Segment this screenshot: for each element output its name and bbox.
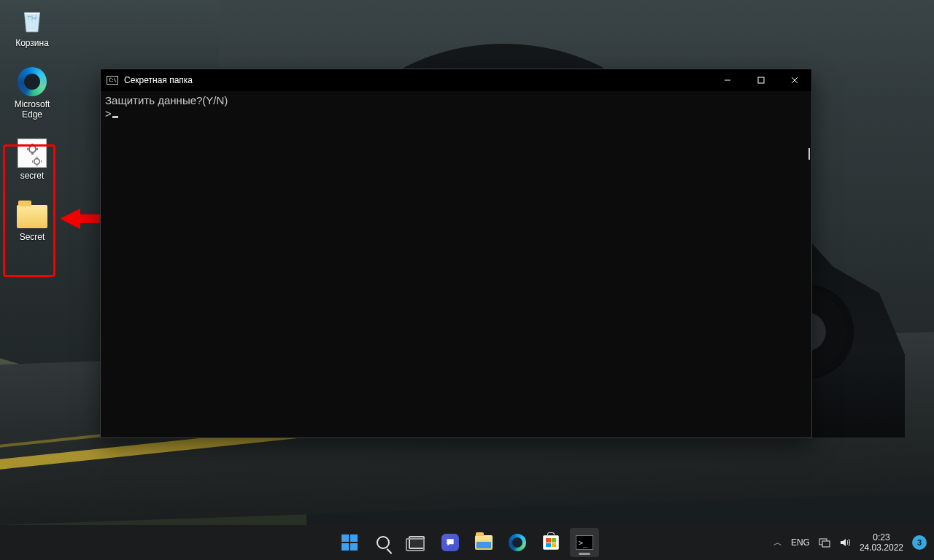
file-explorer-button[interactable] — [469, 528, 498, 557]
svg-rect-3 — [822, 541, 830, 547]
svg-rect-1 — [758, 77, 764, 83]
chevron-up-icon: ︿ — [773, 537, 782, 549]
desktop-icon-edge[interactable]: Microsoft Edge — [6, 66, 58, 120]
tray-time: 0:23 — [873, 532, 889, 542]
console-prompt: > — [105, 107, 112, 120]
edge-icon — [16, 66, 48, 98]
windows-logo-icon — [341, 534, 358, 551]
file-explorer-icon — [475, 534, 493, 551]
desktop[interactable]: Корзина Microsoft Edge secret Secret — [0, 0, 934, 560]
network-icon — [819, 537, 830, 548]
console-title: Секретная папка — [124, 75, 193, 85]
desktop-icon-label: Корзина — [6, 38, 58, 48]
close-button[interactable] — [778, 69, 811, 91]
language-indicator[interactable]: ENG — [791, 525, 810, 560]
start-button[interactable] — [335, 528, 364, 557]
notifications-button[interactable]: 3 — [912, 525, 927, 560]
taskbar[interactable]: >_ ︿ ENG 0:23 24.03.2022 3 — [0, 525, 934, 560]
terminal-button[interactable]: >_ — [570, 528, 599, 557]
search-icon — [374, 534, 392, 551]
network-button[interactable] — [819, 525, 830, 560]
notification-badge: 3 — [912, 535, 927, 550]
task-view-icon — [408, 534, 425, 551]
search-button[interactable] — [368, 528, 398, 557]
terminal-icon: >_ — [576, 534, 593, 551]
tray-date: 24.03.2022 — [860, 542, 903, 553]
console-titlebar[interactable]: C:\ Секретная папка — [101, 69, 811, 91]
volume-button[interactable] — [839, 525, 851, 560]
system-tray: ︿ ENG 0:23 24.03.2022 3 — [773, 525, 934, 560]
taskbar-center: >_ — [335, 525, 599, 560]
console-output-line: Защитить данные?(Y/N) — [105, 94, 807, 107]
microsoft-store-button[interactable] — [536, 528, 566, 557]
cursor-icon — [112, 116, 118, 118]
volume-icon — [839, 537, 851, 548]
minimize-button[interactable] — [711, 69, 744, 91]
console-scrollbar-thumb[interactable] — [808, 148, 810, 160]
console-prompt-line: > — [105, 107, 807, 120]
chat-button[interactable] — [436, 528, 465, 557]
recycle-bin-icon — [16, 4, 48, 36]
desktop-icon-label: Microsoft Edge — [6, 99, 58, 120]
desktop-icon-recycle-bin[interactable]: Корзина — [6, 4, 58, 48]
maximize-button[interactable] — [744, 69, 778, 91]
console-scrollbar[interactable] — [807, 113, 811, 438]
edge-icon — [509, 534, 526, 551]
store-icon — [542, 534, 560, 551]
task-view-button[interactable] — [402, 528, 431, 557]
console-app-icon: C:\ — [107, 76, 118, 85]
clock-button[interactable]: 0:23 24.03.2022 — [860, 525, 903, 560]
edge-button[interactable] — [503, 528, 532, 557]
annotation-highlight-box — [3, 144, 55, 277]
tray-overflow-button[interactable]: ︿ — [773, 525, 782, 560]
chat-icon — [441, 534, 459, 551]
console-body[interactable]: Защитить данные?(Y/N) > — [101, 91, 811, 438]
console-window[interactable]: C:\ Секретная папка Защитить данные?(Y/N… — [100, 69, 812, 438]
